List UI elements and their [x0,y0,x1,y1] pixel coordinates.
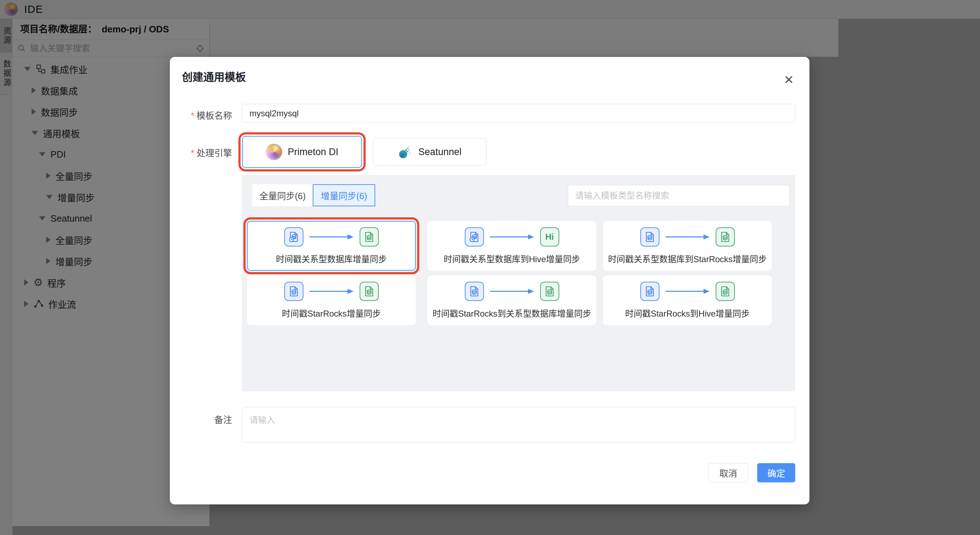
db-doc-blue-icon [284,282,304,301]
primeton-di-logo-icon [266,144,282,160]
arrow-right-icon [309,288,355,294]
db-doc-blue-icon [465,282,484,301]
template-card-label: 时间戳StarRocks到Hive增量同步 [625,307,750,319]
template-search-input[interactable] [568,185,789,206]
arrow-right-icon [489,234,535,240]
card-icons [465,282,559,301]
engine-option-seatunnel[interactable]: Seatunnel [373,138,487,166]
seatunnel-logo-icon [398,144,412,160]
ide-window: IDE 资源 数据源 项目名称/数据层：demo-prj / ODS 集成作业 … [0,0,980,535]
template-card-label: 时间戳StarRocks增量同步 [282,307,381,319]
close-icon[interactable]: ✕ [781,72,797,88]
card-icons: Hi [465,227,559,246]
template-card-starrocks-to-hive[interactable]: 时间戳StarRocks到Hive增量同步 [603,275,772,325]
db-doc-green-icon [716,282,735,301]
db-doc-blue-icon [640,282,660,301]
template-card-rdb-to-starrocks[interactable]: 时间戳关系型数据库到StarRocks增量同步 [603,221,772,271]
required-mark: * [191,111,194,121]
engine-label: *处理引擎 [170,146,232,159]
template-card-starrocks-incremental[interactable]: 时间戳StarRocks增量同步 [247,275,416,325]
template-card-starrocks-to-rdb[interactable]: 时间戳StarRocks到关系型数据库增量同步 [428,275,596,325]
db-doc-green-icon [716,227,735,246]
db-doc-green-icon [360,227,379,246]
db-doc-green-icon [360,282,379,301]
cancel-button[interactable]: 取消 [708,463,748,482]
card-icons [640,227,735,246]
hive-icon: Hi [540,227,559,246]
arrow-right-icon [489,288,535,294]
engine-option-label: Primeton DI [288,147,339,158]
arrow-right-icon [309,234,355,240]
template-card-label: 时间戳关系型数据库增量同步 [276,252,387,265]
card-icons [284,282,379,301]
template-tabs: 全量同步(6) 增量同步(6) [252,184,375,206]
arrow-right-icon [665,288,711,294]
template-card-label: 时间戳关系型数据库到StarRocks增量同步 [608,252,767,265]
template-card-rdb-incremental[interactable]: 时间戳关系型数据库增量同步 [247,221,416,271]
template-card-label: 时间戳关系型数据库到Hive增量同步 [444,252,580,265]
template-card-label: 时间戳StarRocks到关系型数据库增量同步 [433,307,591,319]
tab-full-sync[interactable]: 全量同步(6) [252,184,313,206]
template-name-label: *模板名称 [170,109,232,121]
tab-incremental-sync[interactable]: 增量同步(6) [313,184,375,206]
card-icons [640,282,735,301]
card-icons [284,227,379,246]
arrow-right-icon [665,234,711,240]
engine-options: Primeton DI Seatunnel [242,136,487,168]
template-name-input[interactable] [242,104,795,123]
remark-label: 备注 [170,413,232,425]
create-template-dialog: 创建通用模板 ✕ *模板名称 *处理引擎 Primeton DI Sea [170,57,810,505]
required-mark: * [191,148,194,158]
dialog-title: 创建通用模板 [182,68,246,84]
template-card-rdb-to-hive[interactable]: Hi 时间戳关系型数据库到Hive增量同步 [428,221,596,271]
confirm-button[interactable]: 确定 [757,463,795,482]
db-doc-green-icon [540,282,559,301]
template-panel: 全量同步(6) 增量同步(6) 时间戳关系型数据库增量同步 Hi [242,175,795,391]
db-doc-blue-icon [640,227,660,246]
remark-textarea[interactable] [242,407,795,442]
engine-option-label: Seatunnel [418,147,461,158]
db-clock-blue-icon [465,227,484,246]
db-clock-blue-icon [284,227,304,246]
engine-option-primeton-di[interactable]: Primeton DI [242,136,362,168]
